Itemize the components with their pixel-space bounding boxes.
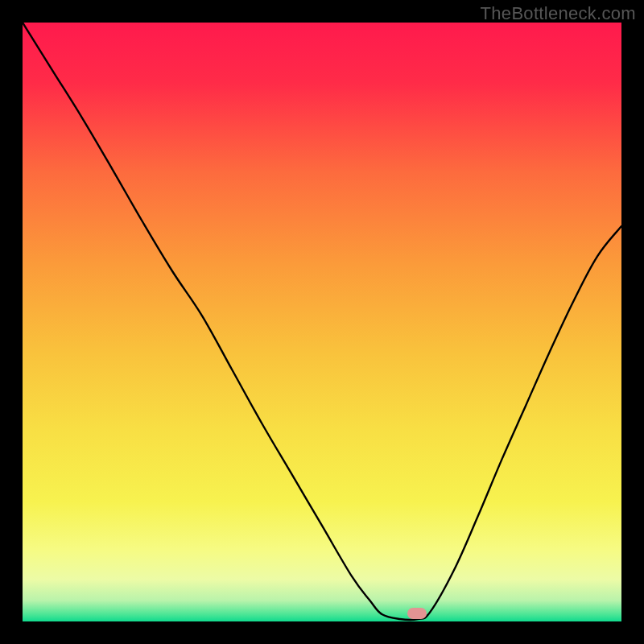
- chart-frame: TheBottleneck.com: [0, 0, 644, 644]
- bottleneck-curve: [23, 23, 621, 621]
- optimal-marker: [407, 608, 427, 619]
- plot-area: [23, 23, 621, 621]
- watermark-text: TheBottleneck.com: [481, 3, 636, 24]
